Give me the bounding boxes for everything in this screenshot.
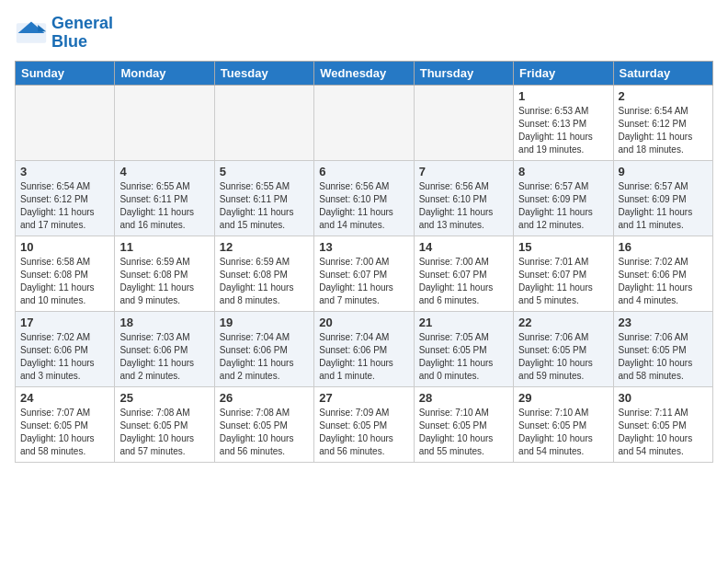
calendar-week-1: 3Sunrise: 6:54 AM Sunset: 6:12 PM Daylig… bbox=[16, 160, 713, 236]
day-number: 8 bbox=[518, 165, 608, 178]
calendar-cell: 21Sunrise: 7:05 AM Sunset: 6:05 PM Dayli… bbox=[414, 311, 513, 386]
calendar-table: SundayMondayTuesdayWednesdayThursdayFrid… bbox=[15, 61, 713, 463]
calendar-week-0: 1Sunrise: 6:53 AM Sunset: 6:13 PM Daylig… bbox=[16, 85, 713, 160]
day-number: 17 bbox=[20, 316, 109, 329]
day-info: Sunrise: 7:10 AM Sunset: 6:05 PM Dayligh… bbox=[419, 407, 508, 458]
calendar-cell: 20Sunrise: 7:04 AM Sunset: 6:06 PM Dayli… bbox=[314, 311, 414, 386]
day-number: 29 bbox=[518, 391, 608, 405]
day-info: Sunrise: 7:03 AM Sunset: 6:06 PM Dayligh… bbox=[119, 331, 209, 383]
weekday-header-tuesday: Tuesday bbox=[214, 61, 313, 85]
day-number: 7 bbox=[419, 165, 508, 178]
day-info: Sunrise: 6:58 AM Sunset: 6:08 PM Dayligh… bbox=[20, 256, 109, 307]
day-number: 1 bbox=[518, 89, 608, 103]
calendar-cell: 1Sunrise: 6:53 AM Sunset: 6:13 PM Daylig… bbox=[514, 85, 613, 160]
day-info: Sunrise: 7:11 AM Sunset: 6:05 PM Dayligh… bbox=[619, 407, 708, 458]
day-number: 25 bbox=[119, 391, 209, 405]
day-info: Sunrise: 7:00 AM Sunset: 6:07 PM Dayligh… bbox=[419, 256, 508, 307]
day-info: Sunrise: 6:57 AM Sunset: 6:09 PM Dayligh… bbox=[619, 180, 708, 232]
day-info: Sunrise: 7:06 AM Sunset: 6:05 PM Dayligh… bbox=[518, 331, 608, 383]
calendar-cell: 4Sunrise: 6:55 AM Sunset: 6:11 PM Daylig… bbox=[115, 160, 214, 236]
calendar-cell: 14Sunrise: 7:00 AM Sunset: 6:07 PM Dayli… bbox=[414, 236, 513, 311]
day-number: 11 bbox=[119, 240, 209, 254]
weekday-header-thursday: Thursday bbox=[414, 61, 513, 85]
calendar-week-3: 17Sunrise: 7:02 AM Sunset: 6:06 PM Dayli… bbox=[16, 311, 713, 386]
day-number: 23 bbox=[619, 316, 708, 329]
logo-icon bbox=[15, 17, 48, 50]
day-info: Sunrise: 7:08 AM Sunset: 6:05 PM Dayligh… bbox=[220, 407, 309, 458]
calendar-cell: 7Sunrise: 6:56 AM Sunset: 6:10 PM Daylig… bbox=[414, 160, 513, 236]
calendar-cell: 25Sunrise: 7:08 AM Sunset: 6:05 PM Dayli… bbox=[115, 386, 214, 462]
day-info: Sunrise: 7:02 AM Sunset: 6:06 PM Dayligh… bbox=[20, 331, 109, 383]
calendar-cell: 17Sunrise: 7:02 AM Sunset: 6:06 PM Dayli… bbox=[16, 311, 115, 386]
day-number: 15 bbox=[518, 240, 608, 254]
calendar-cell: 28Sunrise: 7:10 AM Sunset: 6:05 PM Dayli… bbox=[414, 386, 513, 462]
calendar-cell: 15Sunrise: 7:01 AM Sunset: 6:07 PM Dayli… bbox=[514, 236, 613, 311]
day-number: 20 bbox=[319, 316, 408, 329]
calendar-cell: 19Sunrise: 7:04 AM Sunset: 6:06 PM Dayli… bbox=[214, 311, 313, 386]
day-info: Sunrise: 7:01 AM Sunset: 6:07 PM Dayligh… bbox=[518, 256, 608, 307]
day-number: 19 bbox=[220, 316, 309, 329]
day-info: Sunrise: 7:04 AM Sunset: 6:06 PM Dayligh… bbox=[220, 331, 309, 383]
calendar-cell: 10Sunrise: 6:58 AM Sunset: 6:08 PM Dayli… bbox=[16, 236, 115, 311]
calendar-cell: 2Sunrise: 6:54 AM Sunset: 6:12 PM Daylig… bbox=[613, 85, 712, 160]
calendar-cell: 8Sunrise: 6:57 AM Sunset: 6:09 PM Daylig… bbox=[514, 160, 613, 236]
day-info: Sunrise: 6:59 AM Sunset: 6:08 PM Dayligh… bbox=[220, 256, 309, 307]
calendar-cell: 12Sunrise: 6:59 AM Sunset: 6:08 PM Dayli… bbox=[214, 236, 313, 311]
day-info: Sunrise: 6:56 AM Sunset: 6:10 PM Dayligh… bbox=[319, 180, 408, 232]
day-number: 3 bbox=[20, 165, 109, 178]
day-info: Sunrise: 7:08 AM Sunset: 6:05 PM Dayligh… bbox=[119, 407, 209, 458]
day-number: 16 bbox=[619, 240, 708, 254]
weekday-header-monday: Monday bbox=[115, 61, 214, 85]
day-number: 2 bbox=[619, 89, 708, 103]
day-number: 4 bbox=[119, 165, 209, 178]
calendar-cell: 6Sunrise: 6:56 AM Sunset: 6:10 PM Daylig… bbox=[314, 160, 414, 236]
day-number: 14 bbox=[419, 240, 508, 254]
weekday-header-saturday: Saturday bbox=[613, 61, 712, 85]
day-info: Sunrise: 6:53 AM Sunset: 6:13 PM Dayligh… bbox=[518, 105, 608, 156]
day-info: Sunrise: 7:07 AM Sunset: 6:05 PM Dayligh… bbox=[20, 407, 109, 458]
day-number: 21 bbox=[419, 316, 508, 329]
day-info: Sunrise: 7:10 AM Sunset: 6:05 PM Dayligh… bbox=[518, 407, 608, 458]
day-number: 13 bbox=[319, 240, 408, 254]
page-header: General Blue bbox=[15, 15, 713, 52]
calendar-cell: 30Sunrise: 7:11 AM Sunset: 6:05 PM Dayli… bbox=[613, 386, 712, 462]
day-number: 5 bbox=[220, 165, 309, 178]
weekday-header-row: SundayMondayTuesdayWednesdayThursdayFrid… bbox=[16, 61, 713, 85]
calendar-cell bbox=[16, 85, 115, 160]
day-number: 22 bbox=[518, 316, 608, 329]
day-info: Sunrise: 7:02 AM Sunset: 6:06 PM Dayligh… bbox=[619, 256, 708, 307]
day-info: Sunrise: 7:05 AM Sunset: 6:05 PM Dayligh… bbox=[419, 331, 508, 383]
calendar-cell: 13Sunrise: 7:00 AM Sunset: 6:07 PM Dayli… bbox=[314, 236, 414, 311]
calendar-week-2: 10Sunrise: 6:58 AM Sunset: 6:08 PM Dayli… bbox=[16, 236, 713, 311]
calendar-cell: 23Sunrise: 7:06 AM Sunset: 6:05 PM Dayli… bbox=[613, 311, 712, 386]
calendar-cell: 9Sunrise: 6:57 AM Sunset: 6:09 PM Daylig… bbox=[613, 160, 712, 236]
day-info: Sunrise: 6:55 AM Sunset: 6:11 PM Dayligh… bbox=[119, 180, 209, 232]
weekday-header-sunday: Sunday bbox=[16, 61, 115, 85]
calendar-cell bbox=[115, 85, 214, 160]
day-info: Sunrise: 6:54 AM Sunset: 6:12 PM Dayligh… bbox=[619, 105, 708, 156]
day-info: Sunrise: 7:04 AM Sunset: 6:06 PM Dayligh… bbox=[319, 331, 408, 383]
logo: General Blue bbox=[15, 15, 113, 52]
calendar-cell: 3Sunrise: 6:54 AM Sunset: 6:12 PM Daylig… bbox=[16, 160, 115, 236]
calendar-cell bbox=[214, 85, 313, 160]
day-info: Sunrise: 7:09 AM Sunset: 6:05 PM Dayligh… bbox=[319, 407, 408, 458]
calendar-cell: 18Sunrise: 7:03 AM Sunset: 6:06 PM Dayli… bbox=[115, 311, 214, 386]
day-info: Sunrise: 6:54 AM Sunset: 6:12 PM Dayligh… bbox=[20, 180, 109, 232]
calendar-cell: 22Sunrise: 7:06 AM Sunset: 6:05 PM Dayli… bbox=[514, 311, 613, 386]
day-number: 26 bbox=[220, 391, 309, 405]
calendar-cell: 29Sunrise: 7:10 AM Sunset: 6:05 PM Dayli… bbox=[514, 386, 613, 462]
weekday-header-wednesday: Wednesday bbox=[314, 61, 414, 85]
day-number: 30 bbox=[619, 391, 708, 405]
day-number: 12 bbox=[220, 240, 309, 254]
calendar-cell: 26Sunrise: 7:08 AM Sunset: 6:05 PM Dayli… bbox=[214, 386, 313, 462]
day-number: 27 bbox=[319, 391, 408, 405]
calendar-body: 1Sunrise: 6:53 AM Sunset: 6:13 PM Daylig… bbox=[16, 85, 713, 462]
calendar-cell: 24Sunrise: 7:07 AM Sunset: 6:05 PM Dayli… bbox=[16, 386, 115, 462]
calendar-cell bbox=[414, 85, 513, 160]
logo-text: General Blue bbox=[51, 15, 113, 52]
day-number: 6 bbox=[319, 165, 408, 178]
calendar-week-4: 24Sunrise: 7:07 AM Sunset: 6:05 PM Dayli… bbox=[16, 386, 713, 462]
calendar-cell: 5Sunrise: 6:55 AM Sunset: 6:11 PM Daylig… bbox=[214, 160, 313, 236]
day-info: Sunrise: 6:59 AM Sunset: 6:08 PM Dayligh… bbox=[119, 256, 209, 307]
weekday-header-friday: Friday bbox=[514, 61, 613, 85]
